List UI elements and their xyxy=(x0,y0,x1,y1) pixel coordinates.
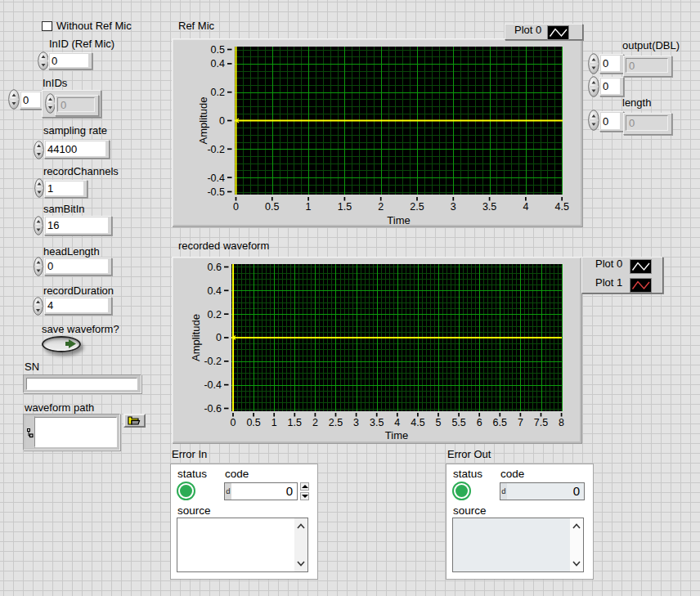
svg-text:0.4: 0.4 xyxy=(211,58,225,69)
svg-text:1: 1 xyxy=(271,417,277,428)
svg-text:2.5: 2.5 xyxy=(329,417,343,428)
svg-text:0.2: 0.2 xyxy=(208,309,222,320)
svg-text:0.2: 0.2 xyxy=(211,87,225,98)
svg-text:4: 4 xyxy=(523,201,528,213)
svg-text:1.5: 1.5 xyxy=(338,201,352,213)
svg-text:8: 8 xyxy=(559,417,564,428)
svg-text:3: 3 xyxy=(353,417,359,428)
svg-text:-0.4: -0.4 xyxy=(204,379,222,391)
svg-text:1.5: 1.5 xyxy=(288,417,302,428)
svg-text:5.5: 5.5 xyxy=(451,417,465,428)
svg-text:0.5: 0.5 xyxy=(211,44,225,56)
svg-text:2: 2 xyxy=(378,201,384,213)
svg-text:-0.4: -0.4 xyxy=(207,173,225,184)
svg-text:-0.5: -0.5 xyxy=(207,186,225,198)
svg-text:4.5: 4.5 xyxy=(555,201,569,213)
svg-text:6: 6 xyxy=(477,417,482,428)
svg-text:5: 5 xyxy=(436,417,442,428)
svg-text:0.6: 0.6 xyxy=(208,262,222,273)
svg-text:0.4: 0.4 xyxy=(208,285,222,297)
svg-text:1: 1 xyxy=(306,201,312,213)
svg-text:0: 0 xyxy=(231,417,236,428)
svg-text:0: 0 xyxy=(233,201,239,213)
svg-text:0: 0 xyxy=(216,332,222,343)
svg-text:2: 2 xyxy=(312,417,318,428)
svg-text:0.5: 0.5 xyxy=(246,417,260,428)
svg-text:0.5: 0.5 xyxy=(265,201,279,213)
svg-text:6.5: 6.5 xyxy=(493,417,507,428)
svg-text:Amplitude: Amplitude xyxy=(190,314,202,361)
svg-text:3.5: 3.5 xyxy=(370,417,384,428)
svg-text:Amplitude: Amplitude xyxy=(197,97,209,145)
svg-text:4.5: 4.5 xyxy=(411,417,424,428)
svg-text:3: 3 xyxy=(451,201,456,213)
svg-text:4: 4 xyxy=(394,417,400,428)
svg-text:2.5: 2.5 xyxy=(410,201,424,213)
svg-text:7.5: 7.5 xyxy=(534,417,548,428)
svg-text:-0.2: -0.2 xyxy=(207,144,225,155)
svg-text:-0.6: -0.6 xyxy=(204,403,222,415)
svg-text:Time: Time xyxy=(385,429,408,441)
svg-text:Time: Time xyxy=(387,214,410,226)
svg-text:7: 7 xyxy=(518,417,523,428)
svg-text:-0.2: -0.2 xyxy=(204,356,222,367)
svg-text:0: 0 xyxy=(219,115,225,127)
svg-text:3.5: 3.5 xyxy=(482,201,496,213)
